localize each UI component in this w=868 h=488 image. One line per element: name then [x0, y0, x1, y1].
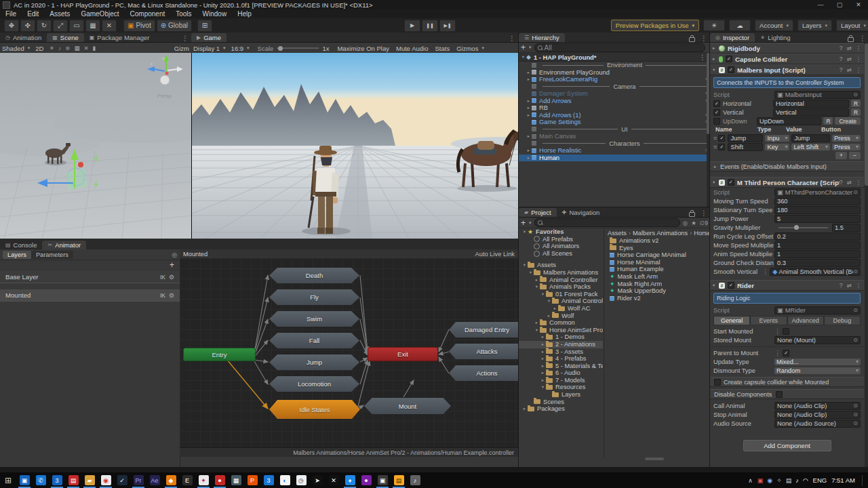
- hierarchy-item[interactable]: ▸Add Arrows (1)›: [526, 112, 710, 119]
- game-panel-menu[interactable]: ⋮: [506, 35, 518, 42]
- drag-handle[interactable]: ≡: [713, 135, 717, 142]
- transform-tool-button[interactable]: ⤢: [53, 20, 68, 32]
- scene-view-option-icon[interactable]: ☀: [49, 45, 54, 52]
- parent-to-mount-checkbox[interactable]: ✓: [783, 350, 789, 357]
- project-search-input[interactable]: [534, 218, 680, 227]
- maximize-button[interactable]: ▢: [830, 1, 849, 8]
- display-dropdown[interactable]: Display 1: [193, 45, 220, 52]
- taskbar-app-button[interactable]: ✦: [195, 472, 212, 488]
- state-breadcrumb[interactable]: Mounted: [183, 251, 208, 258]
- remove-row-button[interactable]: −: [849, 152, 861, 159]
- project-tree-item[interactable]: ▾ Horse AnimSet Pro: [519, 327, 603, 334]
- hierarchy-separator[interactable]: UI: [526, 126, 710, 134]
- type-dropdown[interactable]: Key▾: [765, 144, 789, 150]
- language-indicator[interactable]: ENG: [813, 476, 827, 484]
- tab-inspector[interactable]: ◎Inspector: [710, 33, 755, 42]
- rider-tab[interactable]: Advanced: [787, 316, 824, 325]
- hierarchy-item[interactable]: Damager System›: [526, 90, 710, 98]
- close-button[interactable]: ✕: [849, 1, 868, 8]
- project-tree-item[interactable]: ▸ 6 - Audio: [519, 369, 603, 377]
- tray-icon[interactable]: ▣: [757, 477, 764, 484]
- taskbar-app-button[interactable]: ◉: [98, 472, 114, 488]
- tray-icon[interactable]: ◠: [803, 477, 808, 484]
- tab-game[interactable]: ▶Game: [191, 33, 226, 42]
- layer-base[interactable]: Base Layer IK⚙: [0, 271, 180, 283]
- layout-dropdown[interactable]: Layout▾: [836, 20, 868, 31]
- parameters-tab[interactable]: Parameters: [31, 251, 73, 259]
- hierarchy-item[interactable]: Game Settings›: [526, 119, 710, 126]
- state-mount[interactable]: Mount: [364, 398, 451, 414]
- project-tree-item[interactable]: Scenes: [519, 399, 603, 406]
- project-tree-item[interactable]: ▸ 2 - Animations: [519, 341, 603, 348]
- taskbar-app-button[interactable]: E: [179, 472, 195, 488]
- mute-audio-toggle[interactable]: Mute Audio: [396, 45, 429, 52]
- state-damaged-entry[interactable]: Damaged Entry: [449, 322, 518, 338]
- tab-lighting[interactable]: ☀Lighting: [755, 33, 795, 42]
- project-tree-item[interactable]: ▾ Assets: [519, 262, 603, 269]
- asset-item[interactable]: ✦Mask Left Arm: [610, 273, 710, 281]
- taskbar-app-button[interactable]: ▣: [16, 472, 33, 488]
- scale-slider[interactable]: [277, 47, 319, 49]
- menu-item[interactable]: Assets: [44, 10, 75, 18]
- call-animal-field[interactable]: None (Audio Clip)⊙: [774, 402, 861, 410]
- number-field[interactable]: 360: [774, 197, 861, 205]
- scene-view-option-icon[interactable]: ≋: [65, 45, 70, 52]
- project-tree-item[interactable]: ▸ 1 - Demos: [519, 333, 603, 341]
- press-dropdown[interactable]: Press▾: [832, 135, 861, 142]
- asset-item[interactable]: Rider v2: [610, 295, 710, 302]
- reset-button[interactable]: R: [823, 117, 833, 125]
- lock-icon[interactable]: [689, 37, 695, 42]
- tab-animation[interactable]: ◷Animation: [0, 33, 47, 42]
- capsule-while-mounted-toggle[interactable]: Create capsule collider while Mounted: [710, 377, 864, 387]
- project-tree-item[interactable]: Layers: [519, 391, 603, 399]
- state-attacks[interactable]: Attacks: [449, 344, 518, 359]
- create-asset-button[interactable]: +: [521, 218, 526, 228]
- hierarchy-item[interactable]: ▸RB: [526, 104, 710, 112]
- key-dropdown[interactable]: Left Shift▾: [791, 144, 830, 150]
- hierarchy-menu[interactable]: ⋮: [698, 35, 710, 42]
- project-tree-item[interactable]: ▸ 7 - Models: [519, 377, 603, 384]
- tab-console[interactable]: ▤Console: [0, 241, 42, 249]
- menu-item[interactable]: Tools: [170, 10, 197, 18]
- account-dropdown[interactable]: Account▾: [755, 20, 793, 31]
- enabled-checkbox[interactable]: ✓: [728, 179, 734, 186]
- object-field[interactable]: ◆ Animal Smooth Vertical (Bool⊙: [770, 268, 861, 276]
- scene-root-row[interactable]: ▾◆ 1 - HAP PlayGround* ⋮: [519, 53, 710, 62]
- tray-icon[interactable]: ✧: [776, 477, 782, 484]
- gear-icon[interactable]: ⚙: [169, 292, 174, 299]
- tray-icon[interactable]: ▤: [786, 477, 792, 484]
- type-dropdown[interactable]: Inpu▾: [765, 135, 789, 142]
- number-field[interactable]: 5: [774, 215, 861, 223]
- update-type-dropdown[interactable]: Mixed...▾: [774, 359, 861, 365]
- component-rigidbody[interactable]: ▸ Rigidbody ?⇄⋮: [710, 43, 864, 54]
- kebab-icon[interactable]: ⋮: [856, 45, 862, 52]
- scene-gizmos-dropdown[interactable]: Gizm: [174, 45, 189, 52]
- layer-mounted[interactable]: Mounted IK⚙: [0, 289, 180, 302]
- events-foldout[interactable]: ▸Events (Enable/Disable Malbers Input): [710, 161, 864, 171]
- taskbar-app-button[interactable]: 3: [260, 472, 277, 488]
- favorite-item[interactable]: All Prefabs: [519, 236, 603, 243]
- disable-components-toggle[interactable]: Disable Components: [710, 389, 864, 399]
- taskbar-app-button[interactable]: 3: [49, 472, 65, 488]
- rider-tab[interactable]: Events: [750, 316, 787, 325]
- taskbar-app-button[interactable]: ✕: [326, 472, 342, 488]
- press-dropdown[interactable]: Press▾: [832, 144, 861, 150]
- minimize-button[interactable]: —: [811, 1, 830, 8]
- hierarchy-item[interactable]: ▸Horse Realistic›: [526, 147, 710, 155]
- asset-item[interactable]: Animations v2: [610, 237, 710, 245]
- menu-item[interactable]: Window: [197, 10, 233, 18]
- state-fly[interactable]: Fly: [269, 289, 359, 305]
- taskbar-app-button[interactable]: ▤: [65, 472, 81, 488]
- pivot-toggle[interactable]: ▣Pivot: [123, 20, 155, 32]
- asset-item[interactable]: Eyes: [610, 245, 710, 252]
- hierarchy-item[interactable]: ▸Add Arrows›: [526, 98, 710, 105]
- tab-animator[interactable]: ✂Animator: [42, 241, 86, 249]
- hierarchy-separator[interactable]: Environment: [526, 62, 710, 69]
- project-tree-item[interactable]: ▸ 4 - Prefabs: [519, 355, 603, 363]
- scene-view-option-icon[interactable]: ▮: [93, 45, 96, 52]
- state-fall[interactable]: Fall: [269, 333, 359, 348]
- menu-item[interactable]: Component: [125, 10, 171, 18]
- eye-icon[interactable]: ◎: [172, 251, 177, 258]
- state-locomotion[interactable]: Locomotion: [269, 376, 359, 392]
- project-tree-item[interactable]: ▾ Animals Packs: [519, 283, 603, 291]
